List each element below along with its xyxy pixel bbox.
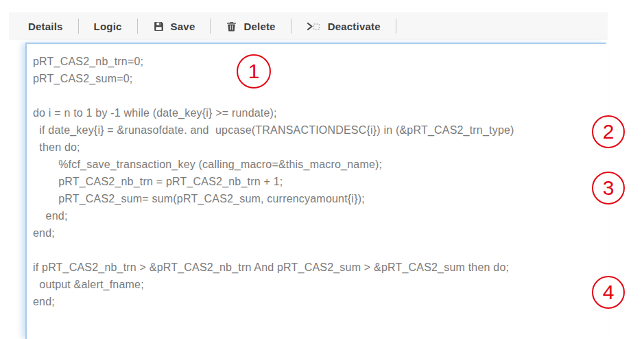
code-line: pRT_CAS2_nb_trn=0; — [33, 53, 606, 70]
code-line: end; — [33, 224, 606, 242]
code-line: pRT_CAS2_nb_trn = pRT_CAS2_nb_trn + 1; — [33, 173, 606, 190]
code-line: if date_key{i} = &runasofdate. and upcas… — [33, 121, 606, 139]
annotation-circle-2: 2 — [592, 115, 625, 148]
details-button-label: Details — [28, 21, 63, 32]
code-line: if pRT_CAS2_nb_trn > &pRT_CAS2_nb_trn An… — [33, 259, 606, 276]
logic-button[interactable]: Logic — [79, 12, 137, 40]
deactivate-button-label: Deactivate — [328, 21, 381, 32]
code-line: output &alert_fname; — [33, 276, 606, 293]
annotation-circle-1: 1 — [237, 54, 271, 89]
save-button-label: Save — [171, 21, 195, 32]
code-line: pRT_CAS2_sum= sum(pRT_CAS2_sum, currency… — [33, 190, 606, 207]
annotation-circle-3: 3 — [592, 172, 625, 204]
trash-icon — [226, 21, 237, 32]
delete-button[interactable]: Delete — [211, 12, 290, 40]
code-line: end; — [33, 207, 606, 224]
toolbar-separator — [396, 19, 396, 34]
deactivate-button[interactable]: Deactivate — [291, 12, 396, 40]
toolbar: Details Logic Save Delete — [9, 12, 608, 40]
save-icon — [153, 21, 165, 32]
logic-button-label: Logic — [94, 21, 122, 32]
code-line: end; — [33, 293, 606, 310]
save-button[interactable]: Save — [138, 12, 211, 40]
annotation-circle-4: 4 — [592, 276, 625, 309]
delete-button-label: Delete — [243, 21, 275, 32]
logic-code-editor[interactable]: pRT_CAS2_nb_trn=0; pRT_CAS2_sum=0; do i … — [25, 43, 606, 339]
code-line — [33, 87, 606, 104]
code-line — [33, 242, 606, 259]
code-line: %fcf_save_transaction_key (calling_macro… — [33, 156, 606, 173]
code-line: pRT_CAS2_sum=0; — [33, 70, 606, 87]
code-line: then do; — [33, 139, 606, 156]
details-button[interactable]: Details — [13, 12, 78, 40]
code-line: do i = n to 1 by -1 while (date_key{i} >… — [33, 104, 606, 121]
deactivate-icon — [307, 21, 322, 32]
